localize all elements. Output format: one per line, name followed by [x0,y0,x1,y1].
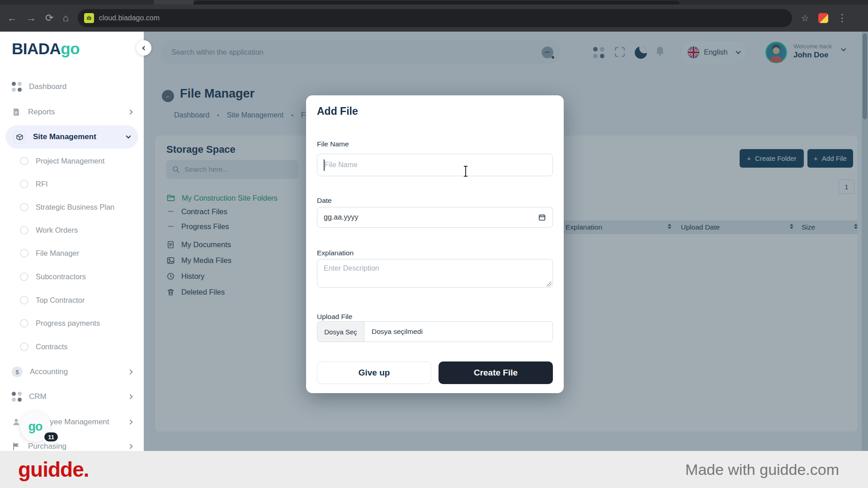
site-favicon: ıb [84,13,94,23]
modal-title: Add File [317,105,358,117]
radio-circle-icon [20,203,28,211]
date-input[interactable]: gg.aa.yyyy [317,207,553,228]
ibeam-cursor [465,167,466,176]
sidebar-item-reports[interactable]: Reports [0,100,144,124]
person-icon [12,418,21,427]
file-chosen-status: Dosya seçilmedi [364,322,552,342]
back-icon[interactable]: ← [7,13,17,23]
forward-icon[interactable]: → [26,13,36,23]
made-with-credit: Made with guidde.com [685,461,839,479]
address-bar[interactable]: ıb cloud.biadago.com [78,9,792,27]
explanation-textarea[interactable] [317,259,553,288]
file-name-label: File Name [317,140,349,148]
sidebar-item-site-management[interactable]: Site Management [5,125,138,149]
notification-count-badge[interactable]: 11 [43,431,59,443]
file-name-input[interactable] [317,154,553,176]
dashboard-grid-icon [12,82,22,92]
chevron-right-icon [127,419,132,424]
radio-circle-icon [20,296,28,305]
radio-circle-icon [20,157,28,165]
url-text[interactable]: cloud.biadago.com [99,14,160,22]
date-label: Date [317,197,332,205]
sidebar-item-rfi[interactable]: RFI [0,177,144,191]
calendar-icon[interactable] [538,213,546,221]
sidebar-item-accounting[interactable]: $ Accounting [0,360,144,384]
sidebar-item-dashboard[interactable]: Dashboard [0,75,144,99]
sidebar-item-contracts[interactable]: Contracts [0,339,144,354]
sidebar-item-work-orders[interactable]: Work Orders [0,223,144,237]
bookmark-star-icon[interactable]: ☆ [801,14,809,23]
report-file-icon [12,108,21,117]
choose-file-button[interactable]: Dosya Seç [317,322,364,342]
radio-circle-icon [20,180,28,188]
chevron-right-icon [127,109,132,114]
text-caret [324,160,325,171]
radio-circle-icon [20,272,28,281]
sidebar-item-subcontractors[interactable]: Subcontractors [0,269,144,284]
sidebar-item-progress-payments[interactable]: Progress payments [0,316,144,330]
go-logo: go [28,420,42,434]
chevron-right-icon [127,369,132,374]
flag-icon [12,442,21,451]
chevron-left-icon [142,46,147,50]
logo-text-accent: go [61,40,80,57]
logo-text-primary: BIADA [12,40,61,57]
chevron-right-icon [127,394,132,399]
radio-circle-icon [20,319,28,328]
browser-toolbar: ← → ⟳ ⌂ ıb cloud.biadago.com ☆ ⋮ [0,5,868,32]
create-file-button[interactable]: Create File [439,361,553,384]
radio-circle-icon [20,249,28,258]
dollar-icon: $ [12,366,23,377]
biadago-logo: BIADAgo [12,40,80,58]
chevron-right-icon [127,444,132,449]
sidebar-collapse-button[interactable] [136,40,151,56]
chevron-down-icon [126,133,131,138]
file-upload-input[interactable]: Dosya Seç Dosya seçilmedi [317,321,553,342]
date-value: gg.aa.yyyy [324,213,538,221]
browser-active-tab[interactable] [193,1,679,5]
sidebar-item-crm[interactable]: CRM [0,385,144,408]
crm-grid-icon [12,392,22,402]
add-file-modal: Add File File Name Date gg.aa.yyyy Expla… [306,95,564,393]
explanation-label: Explanation [317,249,354,257]
app-window: English Welcome back John Doe ← File Man [0,32,868,451]
radio-circle-icon [20,226,28,235]
browser-menu-icon[interactable]: ⋮ [837,13,847,23]
home-icon[interactable]: ⌂ [62,13,68,23]
radio-circle-icon [20,343,28,351]
browser-chrome: ← → ⟳ ⌂ ıb cloud.biadago.com ☆ ⋮ [0,0,868,32]
extension-icon[interactable] [818,13,828,23]
browser-tab-stub [154,0,193,5]
guidde-logo: guidde. [18,457,89,482]
sidebar-item-top-contractor[interactable]: Top Contractor [0,293,144,307]
site-management-cube-icon [14,131,26,143]
sidebar-item-file-manager[interactable]: File Manager [0,246,144,260]
sidebar: BIADAgo Dashboard Reports Site Managemen [0,32,144,451]
guidde-footer: guidde. Made with guidde.com [0,451,868,488]
browser-tabstrip [0,0,868,5]
sidebar-item-project-management[interactable]: Project Management [0,154,144,168]
give-up-button[interactable]: Give up [317,361,431,384]
reload-icon[interactable]: ⟳ [45,13,53,23]
upload-file-label: Upload File [317,313,352,321]
sidebar-item-strategic-business-plan[interactable]: Strategic Business Plan [0,200,144,214]
